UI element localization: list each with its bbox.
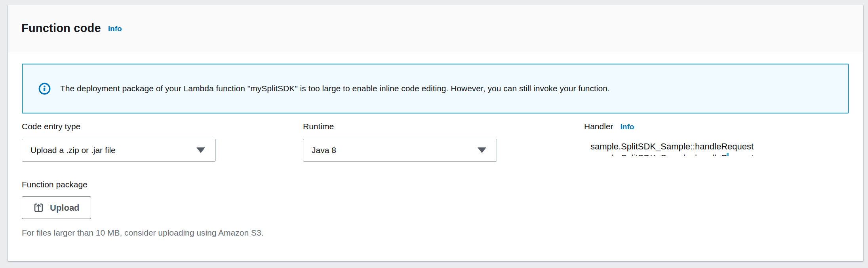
info-circle-icon <box>38 83 51 95</box>
function-package-label: Function package <box>22 180 849 189</box>
handler-value[interactable]: sample.SplitSDK_Sample::handleRequest <box>584 142 849 152</box>
handler-label: Handler <box>584 122 613 131</box>
text-cursor-artifact <box>727 153 729 156</box>
code-entry-type-label: Code entry type <box>22 122 216 131</box>
upload-button-label: Upload <box>50 203 80 213</box>
handler-value-clipped-text: sample.SplitSDK_Sample::handleRequest <box>590 153 754 156</box>
runtime-value: Java 8 <box>312 145 336 155</box>
function-package-section: Function package Upload For files larger… <box>22 180 849 238</box>
handler-label-row: Handler Info <box>584 122 849 131</box>
field-runtime: Runtime Java 8 <box>303 122 497 162</box>
function-code-panel: Function code Info The deployment packag… <box>8 5 863 261</box>
field-handler: Handler Info sample.SplitSDK_Sample::han… <box>584 122 849 162</box>
caret-down-icon <box>196 147 205 153</box>
code-settings-row: Code entry type Upload a .zip or .jar fi… <box>22 122 849 162</box>
upload-icon <box>33 202 44 213</box>
handler-value-clipped-artifact: sample.SplitSDK_Sample::handleRequest <box>584 153 849 156</box>
runtime-label: Runtime <box>303 122 497 131</box>
page-title: Function code <box>21 22 101 35</box>
function-code-info-link[interactable]: Info <box>108 25 122 33</box>
field-code-entry-type: Code entry type Upload a .zip or .jar fi… <box>22 122 216 162</box>
panel-header: Function code Info <box>8 5 863 51</box>
info-banner-text: The deployment package of your Lambda fu… <box>60 84 610 93</box>
upload-button[interactable]: Upload <box>22 196 91 219</box>
code-entry-type-value: Upload a .zip or .jar file <box>30 145 116 155</box>
upload-hint-text: For files larger than 10 MB, consider up… <box>22 228 849 238</box>
runtime-select[interactable]: Java 8 <box>303 139 497 162</box>
caret-down-icon <box>478 147 486 153</box>
panel-body: The deployment package of your Lambda fu… <box>8 51 863 238</box>
handler-info-link[interactable]: Info <box>621 123 634 131</box>
info-banner: The deployment package of your Lambda fu… <box>22 64 849 113</box>
code-entry-type-select[interactable]: Upload a .zip or .jar file <box>22 139 216 162</box>
